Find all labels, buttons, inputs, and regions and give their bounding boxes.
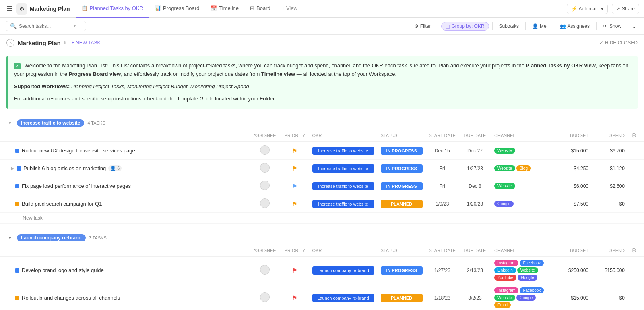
group1-collapse-icon[interactable]: ▾ [6,119,14,127]
group-icon: ◫ [446,23,450,29]
task-assignee [249,142,281,160]
channel-tag[interactable]: Google [494,201,514,207]
group-by-button[interactable]: ◫ Group by: OKR [441,22,489,31]
task-budget: $4,250 [555,160,592,177]
okr-badge[interactable]: Increase traffic to website [312,200,374,208]
show-button[interactable]: 👁 Show [600,22,625,31]
filter-button[interactable]: ⚙ Filter [411,22,434,31]
tab-timeline[interactable]: 📅 Timeline [205,0,244,18]
search-input[interactable] [19,23,71,29]
task-priority[interactable]: ⚑ [281,142,309,160]
task-color-indicator [15,268,19,273]
channel-tag[interactable]: YouTube [494,275,516,281]
channel-tag[interactable]: Website [517,267,538,273]
task-name-cell: Rollout brand changes across all channel… [0,284,249,310]
expand-icon[interactable]: ▶ [11,166,14,171]
task-priority[interactable]: ⚑ [281,195,309,213]
channel-tag[interactable]: Instagram [494,260,518,266]
task-assignee [249,257,281,284]
okr-badge[interactable]: Increase traffic to website [312,147,374,155]
hide-closed-button[interactable]: ✓ HIDE CLOSED [599,40,638,46]
add-column-icon2[interactable]: ⊕ [631,247,636,254]
task-color-indicator [15,149,19,153]
automate-icon: ⚡ [571,6,577,12]
me-icon: 👤 [532,23,538,29]
okr-badge[interactable]: Launch company re-brand [312,266,374,275]
channel-tag[interactable]: Website [494,183,515,189]
tab-progress-board[interactable]: 📊 Progress Board [149,0,205,18]
group2-table: ASSIGNEE PRIORITY OKR STATUS START DATE … [0,244,644,310]
board-icon: ⊞ [250,5,254,11]
channel-tag[interactable]: Facebook [520,287,544,293]
status-badge[interactable]: IN PROGRESS [381,182,423,190]
me-button[interactable]: 👤 Me [529,22,550,31]
status-badge[interactable]: PLANNED [381,200,423,208]
col-header-spend: SPEND [592,129,628,142]
avatar[interactable] [260,145,270,155]
channel-tag[interactable]: Google [518,275,537,281]
avatar[interactable] [260,265,270,275]
automate-button[interactable]: ⚡ Automate ▾ [567,4,608,14]
avatar[interactable] [260,292,270,302]
task-start-date: 1/27/23 [426,257,459,284]
task-color-indicator [15,296,19,300]
task-status: IN PROGRESS [378,160,426,177]
channel-tag[interactable]: Google [516,295,536,301]
channel-tag[interactable]: Facebook [520,260,544,266]
tab-planned-tasks[interactable]: 📋 Planned Tasks by OKR [76,0,149,18]
task-priority[interactable]: ⚑ [281,284,309,310]
list-collapse-button[interactable]: ○ [6,39,14,47]
priority-flag-icon: ⚑ [292,201,297,207]
assignees-button[interactable]: 👥 Assignees [557,22,593,31]
assignees-icon: 👥 [560,23,566,29]
avatar[interactable] [260,181,270,190]
subtasks-button[interactable]: Subtasks [496,22,522,31]
status-badge[interactable]: PLANNED [381,294,423,302]
add-column-icon[interactable]: ⊕ [631,132,636,139]
group1-table-header: ASSIGNEE PRIORITY OKR STATUS START DATE … [0,129,644,142]
channel-tag[interactable]: Instagram [494,287,518,293]
group1-badge[interactable]: Increase traffic to website [17,119,84,127]
channel-tag[interactable]: Website [494,165,515,171]
task-due-date: 1/20/23 [459,195,491,213]
task-priority[interactable]: ⚑ [281,257,309,284]
okr-badge[interactable]: Increase traffic to website [312,182,374,190]
avatar[interactable] [260,163,270,173]
group2-badge[interactable]: Launch company re-brand [17,234,86,241]
channel-tag[interactable]: Blog [516,165,531,171]
info-icon[interactable]: ℹ [64,40,66,46]
task-priority[interactable]: ⚑ [281,160,309,177]
channel-tag[interactable]: Website [494,295,515,301]
status-badge[interactable]: IN PROGRESS [381,164,423,173]
okr-badge[interactable]: Launch company re-brand [312,294,374,302]
col-header-channel: CHANNEL [491,129,555,142]
more-button[interactable]: ... [628,22,638,31]
avatar[interactable] [260,198,270,208]
share-button[interactable]: ↗ Share [612,4,639,14]
status-badge[interactable]: IN PROGRESS [381,147,423,155]
search-box[interactable]: 🔍 ▾ [6,21,86,31]
info-box-icon: ✓ [14,63,21,69]
status-badge[interactable]: IN PROGRESS [381,266,423,275]
task-priority[interactable]: ⚑ [281,177,309,195]
okr-badge[interactable]: Increase traffic to website [312,164,374,173]
col-header-add2: ⊕ [628,244,644,257]
new-task-button[interactable]: + NEW TASK [69,39,103,47]
subtask-count: 👤 6 [108,165,122,171]
tab-add-view[interactable]: + View [276,0,303,18]
hamburger-icon[interactable]: ☰ [5,3,14,14]
task-okr: Increase traffic to website [309,160,378,177]
channel-tag[interactable]: Email [494,302,511,308]
search-chevron-icon: ▾ [74,24,76,28]
toolbar-separator2 [492,22,493,30]
channel-tag[interactable]: LinkedIn [494,267,516,273]
group2-collapse-icon[interactable]: ▾ [6,234,14,241]
priority-flag-icon: ⚑ [292,165,297,172]
timeline-icon: 📅 [211,5,217,11]
new-task-row[interactable]: + New task [0,213,644,224]
channel-tag[interactable]: Website [494,148,515,154]
task-budget: $15,000 [555,142,592,160]
task-due-date: 1/27/23 [459,160,491,177]
task-start-date: 1/9/23 [426,195,459,213]
tab-board[interactable]: ⊞ Board [244,0,276,18]
